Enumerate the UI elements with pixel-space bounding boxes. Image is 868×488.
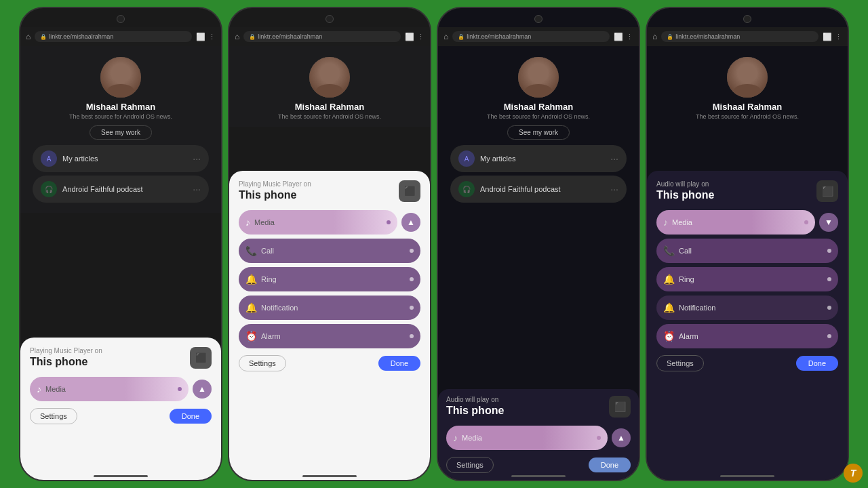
music-icon-1: ♪: [37, 384, 41, 394]
done-button-4[interactable]: Done: [796, 356, 838, 371]
url-text-4: linktr.ee/mishaalrahman: [675, 33, 740, 40]
ring-label-2: Ring: [261, 275, 277, 283]
link-label-3b: Android Faithful podcast: [480, 185, 561, 193]
see-work-btn-3[interactable]: See my work: [507, 125, 570, 140]
media-label-2: Media: [254, 218, 275, 226]
profile-name-2: Mishaal Rahman: [236, 102, 423, 112]
tab-icon-1[interactable]: ⬜: [196, 33, 205, 41]
media-slider-4[interactable]: ♪ Media: [656, 210, 815, 235]
done-button-3[interactable]: Done: [589, 458, 631, 472]
link-icon-1b: 🎧: [41, 181, 57, 197]
url-bar-3[interactable]: 🔒 linktr.ee/mishaalrahman: [452, 31, 610, 42]
panel-info-4: Audio will play on This phone: [656, 180, 714, 201]
list-item[interactable]: 🎧 Android Faithful podcast ···: [450, 176, 627, 203]
media-label-1: Media: [45, 385, 66, 393]
media-slider-1[interactable]: ♪ Media: [30, 377, 189, 401]
media-chevron-2[interactable]: ▲: [401, 213, 420, 232]
ring-slider-2[interactable]: 🔔 Ring: [239, 267, 420, 291]
lock-icon-1: 🔒: [40, 34, 47, 40]
volume-row-ring-4: 🔔 Ring: [656, 267, 838, 291]
call-slider-4[interactable]: 📞 Call: [656, 239, 838, 263]
panel-header-1: Playing Music Player on This phone ⬛: [30, 347, 212, 369]
panel-playing-label-3: Audio will play on: [446, 396, 504, 403]
call-label-4: Call: [679, 247, 692, 255]
audio-panel-4: Audio will play on This phone ⬛ ♪ Media …: [647, 171, 848, 480]
browser-bar-3: ⌂ 🔒 linktr.ee/mishaalrahman ⬜ ⋮: [438, 27, 639, 46]
settings-button-3[interactable]: Settings: [446, 457, 494, 473]
home-icon-3[interactable]: ⌂: [443, 32, 448, 41]
url-bar-4[interactable]: 🔒 linktr.ee/mishaalrahman: [661, 31, 818, 42]
url-bar-1[interactable]: 🔒 linktr.ee/mishaalrahman: [35, 31, 192, 42]
panel-btns-2: Settings Done: [239, 355, 420, 371]
dot-4a: [827, 334, 831, 338]
done-button-1[interactable]: Done: [170, 409, 212, 424]
nav-icons-2: ⌂: [235, 32, 239, 41]
media-chevron-4[interactable]: ▼: [819, 213, 838, 232]
link-icon-3a: A: [458, 150, 475, 167]
dot-4n: [827, 306, 831, 310]
dot-2c: [410, 249, 414, 253]
volume-row-media-3: ♪ Media ▲: [446, 426, 631, 450]
list-item[interactable]: 🎧 Android Faithful podcast ···: [33, 176, 209, 203]
panel-btns-1: Settings Done: [30, 408, 212, 424]
dots-1a[interactable]: ···: [193, 153, 201, 164]
nav-icons-4: ⌂: [652, 32, 657, 41]
call-slider-2[interactable]: 📞 Call: [239, 239, 420, 263]
alarm-icon-2: ⏰: [245, 331, 257, 342]
nav-icons-1: ⌂: [26, 32, 31, 41]
url-bar-2[interactable]: 🔒 linktr.ee/mishaalrahman: [243, 31, 401, 42]
dots-1b[interactable]: ···: [193, 184, 201, 195]
home-icon-2[interactable]: ⌂: [235, 32, 239, 41]
media-slider-2[interactable]: ♪ Media: [239, 210, 397, 235]
profile-sub-2: The best source for Android OS news.: [236, 113, 423, 120]
panel-title-1: This phone: [30, 356, 102, 368]
dots-3b[interactable]: ···: [610, 184, 618, 195]
panel-playing-label-1: Playing Music Player on: [30, 347, 102, 354]
profile-name-4: Mishaal Rahman: [654, 102, 841, 112]
dot-1: [178, 387, 182, 391]
list-item[interactable]: A My articles ···: [33, 145, 209, 172]
settings-button-4[interactable]: Settings: [656, 355, 704, 371]
url-text-2: linktr.ee/mishaalrahman: [258, 33, 322, 40]
tab-icon-4[interactable]: ⬜: [823, 33, 832, 41]
more-icon-3[interactable]: ⋮: [626, 33, 633, 41]
done-button-2[interactable]: Done: [378, 356, 420, 371]
settings-button-1[interactable]: Settings: [30, 408, 77, 424]
camera-notch-4: [743, 15, 751, 23]
cast-icon-4[interactable]: ⬛: [816, 180, 838, 202]
dots-3a[interactable]: ···: [610, 153, 618, 164]
volume-row-media-1: ♪ Media ▲: [30, 377, 212, 401]
alarm-slider-2[interactable]: ⏰ Alarm: [239, 324, 420, 348]
alarm-slider-4[interactable]: ⏰ Alarm: [656, 324, 838, 348]
media-slider-3[interactable]: ♪ Media: [446, 426, 608, 450]
tab-icon-3[interactable]: ⬜: [614, 33, 623, 41]
more-icon-2[interactable]: ⋮: [417, 33, 425, 41]
alarm-label-2: Alarm: [261, 332, 281, 340]
see-work-btn-1[interactable]: See my work: [90, 125, 152, 140]
home-bar-2: [302, 475, 357, 477]
volume-row-media-4: ♪ Media ▼: [656, 210, 838, 235]
call-label-2: Call: [261, 247, 274, 255]
notif-slider-2[interactable]: 🔔 Notification: [239, 296, 420, 320]
avatar-1: [100, 57, 141, 98]
notif-slider-4[interactable]: 🔔 Notification: [656, 296, 838, 320]
tab-icon-2[interactable]: ⬜: [405, 33, 414, 41]
lock-icon-3: 🔒: [458, 34, 465, 40]
ring-slider-4[interactable]: 🔔 Ring: [656, 267, 838, 291]
media-chevron-3[interactable]: ▲: [612, 428, 631, 447]
cast-icon-3[interactable]: ⬛: [609, 396, 631, 418]
settings-button-2[interactable]: Settings: [239, 355, 286, 371]
notif-icon-2: 🔔: [245, 302, 257, 313]
ring-icon-4: 🔔: [663, 274, 675, 285]
cast-icon-2[interactable]: ⬛: [399, 180, 420, 202]
profile-sub-1: The best source for Android OS news.: [27, 113, 214, 120]
media-chevron-up-1[interactable]: ▲: [193, 380, 212, 399]
more-icon-4[interactable]: ⋮: [835, 33, 842, 41]
home-icon-1[interactable]: ⌂: [26, 32, 31, 41]
list-item[interactable]: A My articles ···: [450, 145, 627, 172]
home-icon-4[interactable]: ⌂: [652, 32, 657, 41]
more-icon-1[interactable]: ⋮: [208, 33, 216, 41]
cast-icon-1[interactable]: ⬛: [190, 347, 212, 369]
profile-sub-3: The best source for Android OS news.: [445, 113, 632, 120]
link-icon-1a: A: [41, 150, 57, 167]
